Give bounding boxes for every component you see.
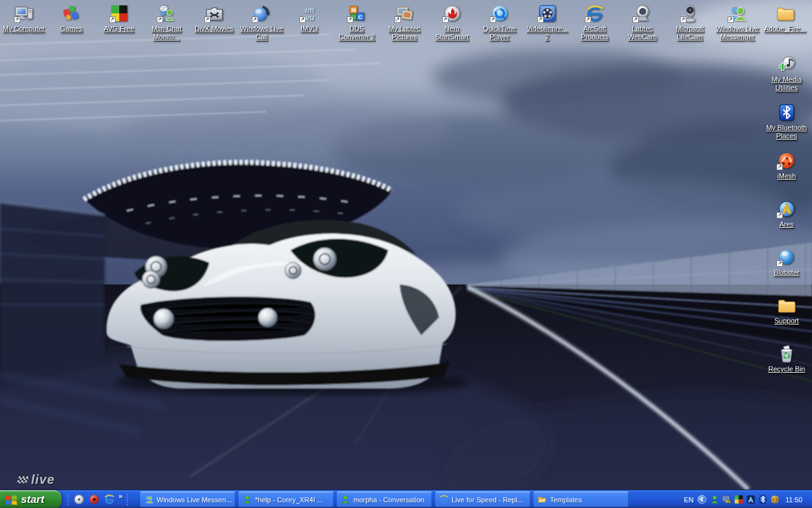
desktop-icon-games[interactable]: Games <box>48 3 95 41</box>
tray-ares-icon[interactable] <box>746 495 756 504</box>
checkered-flag-icon <box>16 476 29 483</box>
shortcut-arrow-icon: ↗ <box>252 17 258 23</box>
tray-clock[interactable]: 11:50 <box>785 496 802 504</box>
desktop-icon-blubster[interactable]: ↗ Blubster <box>762 246 811 277</box>
task-button-templates[interactable]: Templates <box>534 491 629 507</box>
desktop-icon-adobe-fire[interactable]: Adobe_Fire... <box>761 3 809 41</box>
shortcut-arrow-icon: ↗ <box>632 17 639 23</box>
tray-bluetooth-icon[interactable] <box>758 495 768 504</box>
shortcut-arrow-icon: ↗ <box>204 17 211 23</box>
messenger-icon <box>144 495 154 504</box>
taskbar: start » Windows Live Messen... *help - C… <box>0 490 812 508</box>
tray-display-warning-icon[interactable] <box>722 495 731 504</box>
desktop-icons-top-row: ↗ My Computer Games ↗ AVG Free ↗ Msn Cha… <box>0 3 812 41</box>
windows-flag-icon <box>5 494 18 505</box>
system-tray: EN 11:50 <box>684 490 812 508</box>
desktop-icon-windows-live-messenger[interactable]: ↗ Windows Live Messenger <box>714 3 761 41</box>
desktop-icon-quicktime-player[interactable]: ↗ QuickTime Player <box>476 3 523 41</box>
shortcut-arrow-icon: ↗ <box>299 17 306 23</box>
shortcut-arrow-icon: ↗ <box>442 17 449 23</box>
shortcut-arrow-icon: ↗ <box>728 17 734 23</box>
desktop-icon-my-media-utilities[interactable]: My Media Utilities <box>762 53 811 92</box>
shortcut-arrow-icon: ↗ <box>347 17 353 23</box>
tray-gold-globe-icon[interactable] <box>770 495 780 504</box>
start-button[interactable]: start <box>0 490 62 508</box>
desktop-icon-labtec-webcam[interactable]: ↗ Labtec WebCam <box>619 3 666 41</box>
quick-launch-bar: » <box>63 490 140 508</box>
buddy-icon <box>341 495 350 504</box>
quicklaunch-media-disc-icon[interactable] <box>73 494 84 505</box>
shortcut-arrow-icon: ↗ <box>776 260 783 267</box>
quick-launch-overflow-chevron[interactable]: » <box>119 492 122 500</box>
tray-collapse-chevron-icon[interactable] <box>697 495 707 505</box>
desktop-icon-windows-live-call[interactable]: ↗ Windows Live Call <box>238 3 285 41</box>
desktop-icon-dds-converter[interactable]: ↗ DDS Converter 2 <box>333 3 381 41</box>
buddy-icon <box>242 495 252 504</box>
desktop-icon-microsoft-lifecam[interactable]: ↗ Microsoft LifeCam <box>666 3 714 41</box>
shortcut-arrow-icon: ↗ <box>680 17 686 23</box>
desktop-icon-my-labtec-pictures[interactable]: ↗ My Labtec Pictures <box>381 3 428 41</box>
shortcut-arrow-icon: ↗ <box>109 17 115 23</box>
desktop-icon-avg-free[interactable]: ↗ AVG Free <box>95 3 143 41</box>
task-button-help-corey-conversation[interactable]: *help - Corey_XR4I ... <box>239 491 334 507</box>
desktop-icon-my-computer[interactable]: ↗ My Computer <box>0 3 48 41</box>
internet-explorer-icon <box>439 495 449 504</box>
tray-avg-icon[interactable] <box>734 495 743 504</box>
desktop-icon-videoimpression[interactable]: ↗ VideoImpre... 2 <box>523 3 571 41</box>
desktop-icon-ares[interactable]: ↗ Ares <box>762 198 811 229</box>
watermark-text: live <box>31 472 55 487</box>
tray-messenger-status-icon[interactable] <box>710 495 719 504</box>
desktop-icon-imesh[interactable]: ↗ iMesh <box>762 150 811 180</box>
shortcut-arrow-icon: ↗ <box>490 17 496 23</box>
quicklaunch-red-player-icon[interactable] <box>88 494 100 505</box>
desktop-icon-my-bluetooth-places[interactable]: My Bluetooth Places <box>762 102 811 140</box>
shortcut-arrow-icon: ↗ <box>776 164 783 170</box>
wallpaper-watermark: live <box>18 472 55 487</box>
language-indicator[interactable]: EN <box>684 496 693 504</box>
wallpaper-racing-car <box>0 0 812 490</box>
shortcut-arrow-icon: ↗ <box>585 17 591 23</box>
folder-open-icon <box>537 495 547 504</box>
desktop-icon-support[interactable]: Support <box>762 295 811 325</box>
shortcut-arrow-icon: ↗ <box>776 212 783 218</box>
desktop-area: live ↗ My Computer Games ↗ AVG Free ↗ Ms… <box>0 0 812 490</box>
task-button-morpha-conversation[interactable]: morpha - Conversation <box>337 491 432 507</box>
task-button-windows-live-messenger[interactable]: Windows Live Messen... <box>140 491 235 507</box>
quick-launch-handle[interactable] <box>67 493 69 506</box>
desktop-icon-msn-chat-monitor[interactable]: ↗ Msn Chat Monito... <box>143 3 190 41</box>
task-button-live-for-speed[interactable]: Live for Speed - Repl... <box>435 491 530 507</box>
quick-launch-handle[interactable] <box>126 493 128 506</box>
shortcut-arrow-icon: ↗ <box>14 17 20 23</box>
start-button-label: start <box>21 493 47 506</box>
desktop-icon-divx-movies[interactable]: ↗ DivX Movies <box>190 3 238 41</box>
shortcut-arrow-icon: ↗ <box>395 17 401 23</box>
shortcut-arrow-icon: ↗ <box>157 17 163 23</box>
desktop-icon-recycle-bin[interactable]: Recycle Bin <box>762 343 811 373</box>
desktop-icon-nero-startsmart[interactable]: ↗ Nero StartSmart <box>428 3 476 41</box>
desktop-icon-arcsoft-products[interactable]: ↗ ArcSoft Products <box>571 3 619 41</box>
windows-xp-desktop: live ↗ My Computer Games ↗ AVG Free ↗ Ms… <box>0 0 812 508</box>
shortcut-arrow-icon: ↗ <box>537 17 544 23</box>
desktop-icon-imvu[interactable]: ↗ IMVU <box>285 3 333 41</box>
quicklaunch-internet-explorer-icon[interactable] <box>103 494 115 505</box>
taskbar-buttons: Windows Live Messen... *help - Corey_XR4… <box>140 491 629 507</box>
